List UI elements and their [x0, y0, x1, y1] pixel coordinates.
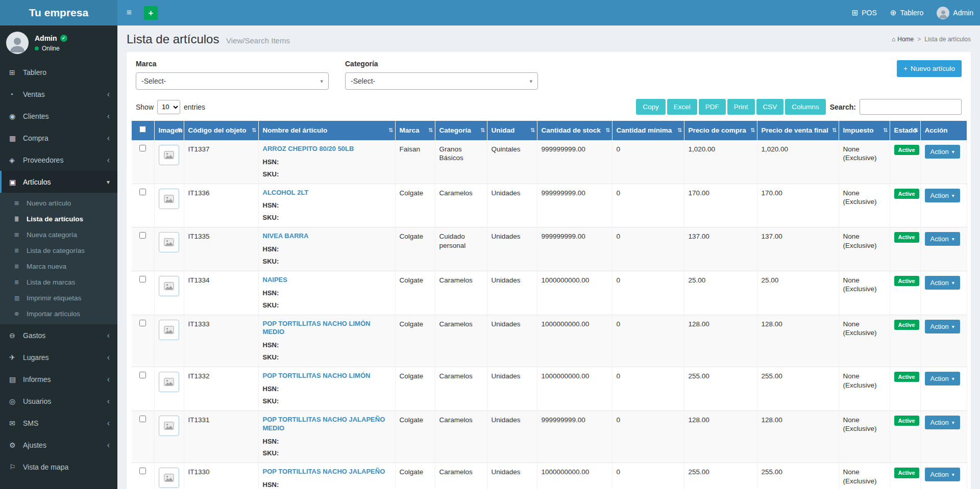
action-button[interactable]: Action ▾: [925, 276, 960, 290]
row-checkbox[interactable]: [139, 189, 146, 195]
column-header-categoria[interactable]: Categoría ⇅: [435, 121, 487, 140]
column-header-nombre-del-articulo[interactable]: Nombre del árticulo ⇅: [258, 121, 395, 140]
sort-icon[interactable]: ⇅: [388, 127, 393, 134]
item-name-link[interactable]: NAIPES: [263, 276, 391, 285]
image-placeholder-icon[interactable]: [159, 276, 179, 296]
sidebar-item-lugares[interactable]: ✈ Lugares ‹: [0, 346, 117, 368]
table-header-row: Imagen ⇅ Código del objeto ⇅ Nombre del …: [132, 121, 967, 140]
export-button-pdf[interactable]: PDF: [699, 99, 726, 115]
action-button[interactable]: Action ▾: [925, 416, 960, 429]
sidebar-item-compra[interactable]: ▦ Compra ‹: [0, 127, 117, 149]
quick-add-button[interactable]: +: [144, 6, 158, 20]
sidebar-item-clientes[interactable]: ◉ Clientes ‹: [0, 105, 117, 127]
sidebar-subitem-imprimir-etiquetas[interactable]: ▥ Imprimir etiquetas: [0, 290, 117, 306]
row-checkbox[interactable]: [139, 276, 146, 282]
export-button-excel[interactable]: Excel: [667, 99, 697, 115]
sidebar-subitem-lista-de-articulos[interactable]: ≣ Lista de artículos: [0, 211, 117, 227]
item-name-link[interactable]: POP TORTILLITAS NACHO JALAPEÑO MEDIO: [263, 416, 391, 433]
row-checkbox[interactable]: [139, 320, 146, 326]
sort-icon[interactable]: ⇅: [914, 127, 918, 134]
sort-icon[interactable]: ⇅: [428, 127, 433, 134]
column-header-precio-de-compra[interactable]: Precio de compra ⇅: [684, 121, 757, 140]
category-select[interactable]: -Select- ▾: [345, 72, 538, 90]
column-header-accion[interactable]: Acción: [920, 121, 967, 140]
nav-user-menu[interactable]: Admin: [930, 0, 980, 25]
action-button[interactable]: Action ▾: [925, 320, 960, 333]
sidebar-subitem-nuevo-articulo[interactable]: ⊞ Nuevo artículo: [0, 195, 117, 211]
column-header-cantidad-de-stock[interactable]: Cantidad de stock ⇅: [537, 121, 612, 140]
column-header-codigo-del-objeto[interactable]: Código del objeto ⇅: [184, 121, 258, 140]
row-checkbox[interactable]: [139, 232, 146, 239]
sort-icon[interactable]: ⇅: [252, 127, 256, 134]
sidebar-subitem-lista-de-categorias[interactable]: ≣ Lista de categorías: [0, 243, 117, 259]
item-name-link[interactable]: POP TORTILLITAS NACHO JALAPEÑO: [263, 468, 391, 476]
new-item-button[interactable]: + Nuevo artículo: [897, 60, 962, 77]
action-button[interactable]: Action ▾: [925, 372, 960, 385]
sort-icon[interactable]: ⇅: [480, 127, 485, 134]
action-button[interactable]: Action ▾: [925, 468, 960, 481]
sidebar-subitem-marca-nueva[interactable]: ≣ Marca nueva: [0, 259, 117, 274]
sidebar-item-informes[interactable]: ▤ Informes ‹: [0, 368, 117, 390]
column-header-imagen[interactable]: Imagen ⇅: [154, 121, 184, 140]
nav-tablero-link[interactable]: ⊕ Tablero: [884, 0, 930, 25]
sort-icon[interactable]: ⇅: [677, 127, 682, 134]
sidebar-subitem-lista-de-marcas[interactable]: ≣ Lista de marcas: [0, 274, 117, 290]
action-button[interactable]: Action ▾: [925, 145, 960, 159]
breadcrumb-home[interactable]: ⌂ Home: [892, 36, 914, 43]
sort-icon[interactable]: ⇅: [832, 127, 837, 134]
sidebar-item-gastos[interactable]: ⊖ Gastos ‹: [0, 324, 117, 346]
image-placeholder-icon[interactable]: [159, 372, 179, 392]
search-input[interactable]: [860, 99, 962, 115]
item-name-link[interactable]: NIVEA BARRA: [263, 232, 391, 241]
sidebar-item-sms[interactable]: ✉ SMS ‹: [0, 412, 117, 434]
sort-icon[interactable]: ⇅: [605, 127, 610, 134]
item-name-link[interactable]: POP TORTILLITAS NACHO LIMÓN: [263, 372, 391, 380]
row-checkbox[interactable]: [139, 145, 146, 151]
select-all-checkbox[interactable]: [139, 126, 146, 133]
row-checkbox[interactable]: [139, 468, 146, 474]
sort-icon[interactable]: ⇅: [530, 127, 535, 134]
nav-pos-link[interactable]: ⊞ POS: [845, 0, 884, 25]
sidebar-item-tablero[interactable]: ⊞ Tablero: [0, 61, 117, 83]
page-length-select[interactable]: 10: [157, 100, 180, 114]
sidebar-item-usuarios[interactable]: ◎ Usuarios ‹: [0, 390, 117, 412]
column-header-precio-de-venta-final[interactable]: Precio de venta final ⇅: [757, 121, 839, 140]
action-button[interactable]: Action ▾: [925, 189, 960, 202]
sidebar-item-vista-de-mapa[interactable]: ⚐ Vista de mapa: [0, 456, 117, 478]
export-button-copy[interactable]: Copy: [636, 99, 666, 115]
image-placeholder-icon[interactable]: [159, 232, 179, 252]
export-button-csv[interactable]: CSV: [756, 99, 784, 115]
action-button[interactable]: Action ▾: [925, 232, 960, 246]
sidebar-item-ajustes[interactable]: ⚙ Ajustes ‹: [0, 434, 117, 456]
export-button-print[interactable]: Print: [727, 99, 755, 115]
sort-icon[interactable]: ⇅: [883, 127, 888, 134]
image-placeholder-icon[interactable]: [159, 468, 179, 488]
brand-select[interactable]: -Select- ▾: [136, 72, 329, 90]
brand-logo[interactable]: Tu empresa: [0, 0, 117, 25]
image-placeholder-icon[interactable]: [159, 145, 179, 165]
column-header-marca[interactable]: Marca ⇅: [395, 121, 435, 140]
row-checkbox[interactable]: [139, 372, 146, 378]
sidebar-toggle-button[interactable]: ≡: [117, 0, 141, 25]
export-button-columns[interactable]: Columns: [785, 99, 825, 115]
item-sale-price: 255.00: [757, 367, 839, 411]
image-placeholder-icon[interactable]: [159, 416, 179, 436]
row-checkbox[interactable]: [139, 416, 146, 422]
sidebar-item-proveedores[interactable]: ◈ Proveedores ‹: [0, 149, 117, 171]
item-name-link[interactable]: ALCOHOL 2LT: [263, 189, 391, 197]
sidebar-item-articulos-toggle[interactable]: ▣ Artículos ▾: [0, 171, 117, 193]
image-placeholder-icon[interactable]: [159, 320, 179, 340]
item-name-link[interactable]: ARROZ CHEPITO 80/20 50LB: [263, 145, 391, 153]
sort-icon[interactable]: ⇅: [177, 127, 182, 134]
column-header-estado[interactable]: Estado ⇅: [890, 121, 920, 140]
sidebar-subitem-nueva-categoria[interactable]: ⊞ Nueva categoría: [0, 227, 117, 243]
sidebar-subitem-importar-articulos[interactable]: ⊕ Importar artículos: [0, 306, 117, 322]
sidebar-item-ventas[interactable]: ◔ Ventas ‹: [0, 83, 117, 105]
column-header-impuesto[interactable]: Impuesto ⇅: [839, 121, 890, 140]
image-placeholder-icon[interactable]: [159, 189, 179, 209]
column-header-cantidad-minima[interactable]: Cantidad mínima ⇅: [612, 121, 684, 140]
sort-icon[interactable]: ⇅: [750, 127, 755, 134]
item-name-link[interactable]: POP TORTILLITAS NACHO LIMÓN MEDIO: [263, 320, 391, 337]
sidebar-subitem-label: Lista de artículos: [27, 215, 83, 223]
column-header-unidad[interactable]: Unidad ⇅: [487, 121, 537, 140]
